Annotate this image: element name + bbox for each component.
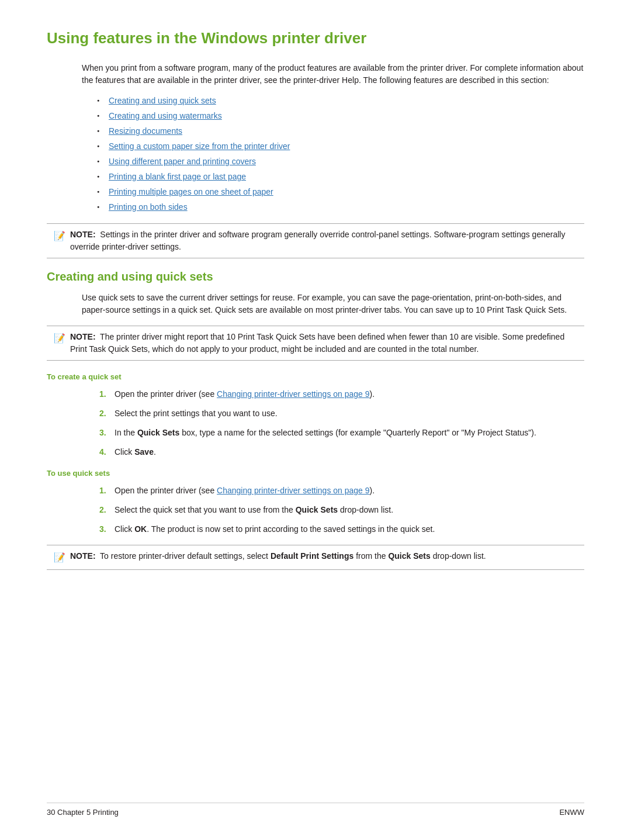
step-3-use: 3. Click OK. The product is now set to p… [99, 523, 584, 535]
link-resize[interactable]: Resizing documents [109, 126, 182, 136]
use-steps-list: 1. Open the printer driver (see Changing… [99, 485, 584, 535]
footer-left: 30 Chapter 5 Printing [47, 808, 119, 817]
section-title-quick-sets: Creating and using quick sets [47, 270, 584, 284]
step-text: Select the print settings that you want … [115, 407, 278, 420]
step-2-create: 2. Select the print settings that you wa… [99, 407, 584, 420]
intro-paragraph: When you print from a software program, … [82, 62, 584, 87]
subsection-title-use: To use quick sets [47, 469, 584, 478]
note-box-2: 📝 NOTE: The printer driver might report … [47, 326, 584, 361]
step-2-use: 2. Select the quick set that you want to… [99, 504, 584, 516]
note-icon: 📝 [54, 229, 65, 243]
step-text: Click Save. [115, 446, 156, 458]
note-content-1: Settings in the printer driver and softw… [70, 230, 565, 251]
page-footer: 30 Chapter 5 Printing ENWW [47, 803, 584, 817]
step-num: 3. [99, 427, 110, 439]
step-num: 3. [99, 523, 110, 535]
list-item[interactable]: Using different paper and printing cover… [99, 157, 584, 166]
step-num: 2. [99, 407, 110, 420]
note-box-3: 📝 NOTE: To restore printer-driver defaul… [47, 545, 584, 570]
link-quick-sets[interactable]: Creating and using quick sets [109, 96, 216, 105]
note-text-1: NOTE: Settings in the printer driver and… [70, 229, 577, 253]
note-icon-3: 📝 [54, 551, 65, 565]
feature-list: Creating and using quick sets Creating a… [99, 96, 584, 212]
list-item[interactable]: Printing multiple pages on one sheet of … [99, 187, 584, 196]
link-multi-pages[interactable]: Printing multiple pages on one sheet of … [109, 187, 273, 196]
note-label-3: NOTE: [70, 551, 96, 561]
step-text: Open the printer driver (see Changing pr… [115, 388, 375, 400]
list-item[interactable]: Resizing documents [99, 126, 584, 136]
link-both-sides[interactable]: Printing on both sides [109, 202, 188, 212]
list-item[interactable]: Printing a blank first page or last page [99, 172, 584, 181]
list-item[interactable]: Creating and using watermarks [99, 111, 584, 120]
link-diff-paper[interactable]: Using different paper and printing cover… [109, 157, 256, 166]
list-item[interactable]: Setting a custom paper size from the pri… [99, 141, 584, 151]
step-1-create: 1. Open the printer driver (see Changing… [99, 388, 584, 400]
step-text: Select the quick set that you want to us… [115, 504, 393, 516]
step-text: Open the printer driver (see Changing pr… [115, 485, 375, 497]
subsection-title-create: To create a quick set [47, 372, 584, 381]
link-custom-paper[interactable]: Setting a custom paper size from the pri… [109, 141, 290, 151]
step-num: 1. [99, 485, 110, 497]
note-box-1: 📝 NOTE: Settings in the printer driver a… [47, 223, 584, 258]
step-text: Click OK. The product is now set to prin… [115, 523, 435, 535]
step-num: 1. [99, 388, 110, 400]
step-1-use: 1. Open the printer driver (see Changing… [99, 485, 584, 497]
footer-right: ENWW [559, 808, 584, 817]
note-label-1: NOTE: [70, 230, 96, 239]
step-num: 4. [99, 446, 110, 458]
link-blank-page[interactable]: Printing a blank first page or last page [109, 172, 246, 181]
link-printer-driver-2[interactable]: Changing printer-driver settings on page… [217, 486, 370, 495]
step-4-create: 4. Click Save. [99, 446, 584, 458]
page-title: Using features in the Windows printer dr… [47, 29, 584, 50]
note-label-2: NOTE: [70, 332, 96, 341]
note-text-2: NOTE: The printer driver might report th… [70, 331, 577, 355]
link-watermarks[interactable]: Creating and using watermarks [109, 111, 222, 120]
step-num: 2. [99, 504, 110, 516]
note-text-3: NOTE: To restore printer-driver default … [70, 550, 486, 562]
list-item[interactable]: Printing on both sides [99, 202, 584, 212]
list-item[interactable]: Creating and using quick sets [99, 96, 584, 105]
create-steps-list: 1. Open the printer driver (see Changing… [99, 388, 584, 458]
note-content-2: The printer driver might report that 10 … [70, 332, 564, 354]
step-3-create: 3. In the Quick Sets box, type a name fo… [99, 427, 584, 439]
step-text: In the Quick Sets box, type a name for t… [115, 427, 536, 439]
link-printer-driver-1[interactable]: Changing printer-driver settings on page… [217, 389, 370, 399]
note-icon-2: 📝 [54, 331, 65, 345]
section-body-quick-sets: Use quick sets to save the current drive… [82, 292, 584, 316]
